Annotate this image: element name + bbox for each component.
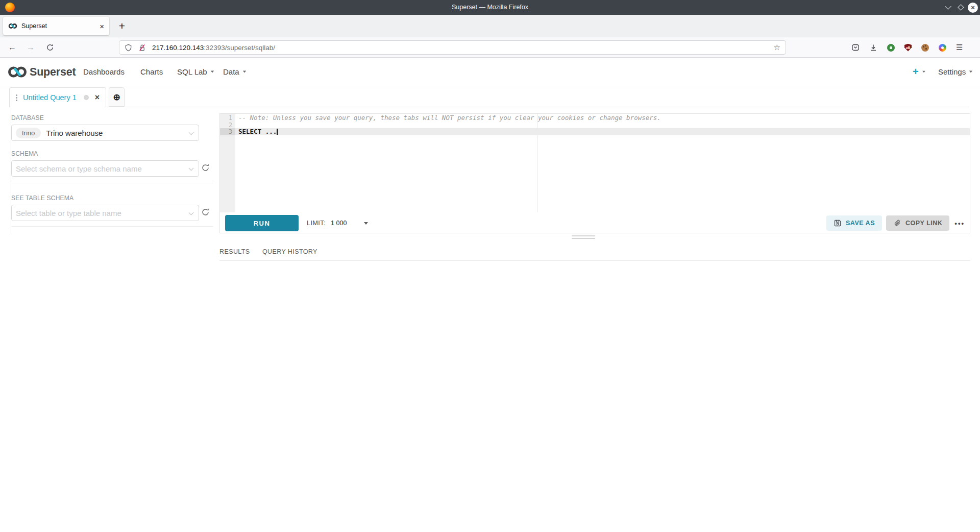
schema-input[interactable] <box>16 164 169 173</box>
schema-select[interactable] <box>11 160 199 177</box>
sql-editor-pane: 1 2 3 -- Note: Unless you save your quer… <box>219 113 970 233</box>
url-bar[interactable]: 217.160.120.143 :32393/superset/sqllab/ … <box>119 40 786 55</box>
nav-settings[interactable]: Settings <box>938 67 973 76</box>
browser-tab-superset[interactable]: Superset × <box>3 17 109 35</box>
table-select[interactable] <box>11 205 199 221</box>
menu-icon[interactable]: ☰ <box>956 43 963 52</box>
editor-toolbar: RUN LIMIT: 1 000 SAVE AS COPY LINK <box>220 213 970 233</box>
caret-down-icon <box>922 71 925 73</box>
database-label: DATABASE <box>11 114 44 122</box>
window-minimize-button[interactable] <box>942 0 954 15</box>
run-query-button[interactable]: RUN <box>225 215 299 231</box>
caret-down-icon <box>969 71 972 73</box>
refresh-icon <box>201 208 210 216</box>
line-number: 3 <box>220 128 232 135</box>
brand-name[interactable]: Superset <box>30 66 76 79</box>
splitter-line <box>572 238 595 239</box>
nav-charts-label: Charts <box>140 67 163 76</box>
text-cursor <box>277 129 278 135</box>
plus-icon: + <box>913 66 919 78</box>
reload-icon <box>46 43 54 52</box>
line-number: 2 <box>220 122 232 129</box>
downloads-icon[interactable] <box>869 43 877 52</box>
limit-value: 1 000 <box>331 220 347 227</box>
active-line-highlight <box>235 128 970 135</box>
privacy-extension-icon[interactable] <box>887 44 895 52</box>
table-input[interactable] <box>16 209 169 217</box>
sql-code-editor[interactable]: 1 2 3 -- Note: Unless you save your quer… <box>220 114 970 212</box>
splitter-line <box>572 235 595 236</box>
caret-down-icon <box>242 71 246 73</box>
limit-label: LIMIT: <box>307 220 326 227</box>
save-as-button[interactable]: SAVE AS <box>826 215 882 231</box>
pocket-icon[interactable] <box>851 43 860 52</box>
bookmark-star-icon[interactable]: ☆ <box>774 43 780 52</box>
save-icon <box>834 219 842 227</box>
nav-dashboards[interactable]: Dashboards <box>83 67 125 76</box>
caret-down-icon <box>210 71 213 73</box>
link-icon <box>893 219 901 227</box>
diamond-icon <box>958 4 964 11</box>
drag-handle-icon[interactable] <box>16 94 17 96</box>
limit-dropdown[interactable]: LIMIT: 1 000 <box>307 220 368 227</box>
reload-button[interactable] <box>46 37 54 58</box>
save-as-label: SAVE AS <box>846 220 875 227</box>
tab-query-history[interactable]: QUERY HISTORY <box>262 248 317 255</box>
sidebar-divider <box>11 183 213 183</box>
shield-icon[interactable] <box>125 44 132 52</box>
chevron-down-icon <box>945 3 951 10</box>
sidebar-divider <box>11 226 213 227</box>
database-select[interactable]: trino Trino warehouse <box>11 125 199 141</box>
add-new-button[interactable]: + <box>913 66 926 78</box>
nav-sql-lab-label: SQL Lab <box>177 67 207 76</box>
nav-dashboards-label: Dashboards <box>83 67 125 76</box>
refresh-schemas-button[interactable] <box>201 163 210 172</box>
query-tab-title[interactable]: Untitled Query 1 <box>23 93 84 102</box>
chevron-down-icon <box>189 166 194 171</box>
caret-down-icon <box>364 222 368 225</box>
add-query-tab-button[interactable]: ⊕ <box>109 87 125 107</box>
pane-splitter-handle[interactable] <box>572 235 595 240</box>
query-tab-row-border <box>11 107 969 107</box>
query-status-dot <box>84 95 89 100</box>
nav-sql-lab[interactable]: SQL Lab <box>177 67 214 76</box>
database-type-tag: trino <box>16 128 41 138</box>
copy-link-button[interactable]: COPY LINK <box>886 215 949 231</box>
cookie-extension-icon[interactable] <box>921 44 929 52</box>
window-title: Superset — Mozilla Firefox <box>0 0 980 15</box>
refresh-tables-button[interactable] <box>201 208 210 216</box>
copy-link-label: COPY LINK <box>905 220 942 227</box>
sql-statement-line: SELECT ... <box>238 128 278 135</box>
chevron-down-icon <box>189 210 194 215</box>
south-tabs-border <box>219 260 970 261</box>
tab-results[interactable]: RESULTS <box>219 248 250 255</box>
url-host: 217.160.120.143 <box>152 44 204 52</box>
query-tab-close-icon[interactable]: × <box>95 93 100 102</box>
window-titlebar: Superset — Mozilla Firefox × <box>0 0 980 15</box>
sql-comment-line: -- Note: Unless you save your query, the… <box>238 114 661 122</box>
superset-logo-icon[interactable] <box>7 65 28 81</box>
browser-tab-bar: Superset × + <box>0 15 980 37</box>
superset-navbar: Superset Dashboards Charts SQL Lab Data … <box>0 58 980 86</box>
sql-keyword: SELECT <box>238 128 261 135</box>
browser-tab-title: Superset <box>21 22 100 30</box>
containers-extension-icon[interactable] <box>939 44 946 52</box>
line-number: 1 <box>220 114 232 122</box>
more-actions-button[interactable]: ••• <box>954 220 965 227</box>
nav-data[interactable]: Data <box>223 67 247 76</box>
ublock-origin-icon[interactable]: uB <box>904 44 912 52</box>
query-tab-untitled-query-1[interactable]: Untitled Query 1 × <box>9 87 106 107</box>
nav-settings-label: Settings <box>938 67 966 76</box>
window-maximize-button[interactable] <box>955 0 966 15</box>
insecure-lock-icon[interactable] <box>138 44 146 52</box>
tab-close-icon[interactable]: × <box>100 22 104 30</box>
window-close-button[interactable]: × <box>967 0 978 15</box>
sql-rest: ... <box>261 128 277 135</box>
nav-charts[interactable]: Charts <box>140 67 163 76</box>
new-tab-button[interactable]: + <box>114 18 130 34</box>
nav-data-label: Data <box>223 67 239 76</box>
back-button[interactable]: ← <box>8 37 16 58</box>
forward-button[interactable]: → <box>27 37 35 58</box>
chevron-down-icon <box>189 130 194 135</box>
schema-label: SCHEMA <box>11 150 38 157</box>
